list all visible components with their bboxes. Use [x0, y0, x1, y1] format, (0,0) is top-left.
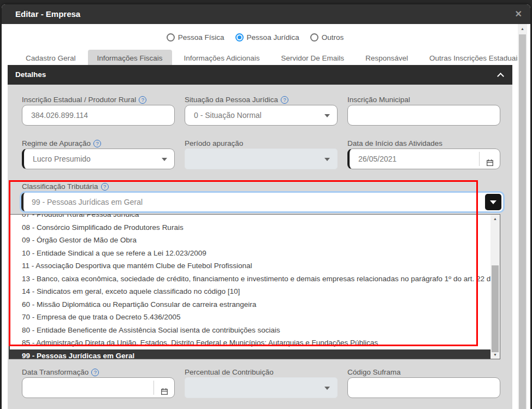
help-icon[interactable]: ? [281, 96, 288, 104]
codigo-suframa-label: Código Suframa [347, 368, 401, 376]
regime-apuracao-label: Regime de Apuração ? [22, 139, 101, 147]
scroll-down-icon[interactable]: ▼ [490, 353, 500, 357]
modal-header: Editar - Empresa ✕ [2, 4, 530, 24]
calendar-icon[interactable] [160, 383, 169, 398]
dropdown-option[interactable]: 09 - Órgão Gestor de Mão de Obra [10, 234, 490, 247]
dropdown-option[interactable]: 70 - Empresa de que trata o Decreto 5.43… [10, 311, 490, 324]
detalhes-section: Detalhes Inscrição Estadual / Produtor R… [8, 65, 512, 409]
scroll-up-icon[interactable]: ▲ [518, 27, 527, 31]
classificacao-dropdown-list: 07 - Produtor Rural Pessoa Jurídica 08 -… [9, 214, 500, 359]
chevron-up-icon[interactable] [497, 73, 504, 80]
help-icon[interactable]: ? [139, 96, 146, 104]
close-icon[interactable]: ✕ [515, 9, 522, 19]
classificacao-tributaria-label: Classificação Tributária ? [22, 182, 109, 191]
help-icon[interactable]: ? [93, 140, 101, 147]
page-background: Editar - Empresa ✕ Pessoa Física Pessoa … [0, 0, 532, 409]
dropdown-option[interactable]: 08 - Consórcio Simplificado de Produtore… [10, 221, 490, 234]
radio-pessoa-fisica[interactable]: Pessoa Física [167, 33, 224, 42]
periodo-apuracao-label: Período apuração [185, 139, 243, 147]
dropdown-option-selected[interactable]: 99 - Pessoas Jurídicas em Geral [10, 349, 490, 360]
scrollbar-thumb[interactable] [519, 34, 526, 409]
edit-company-modal: Editar - Empresa ✕ Pessoa Física Pessoa … [2, 4, 530, 409]
percentual-contribuicao-select-disabled [185, 377, 338, 398]
dropdown-option[interactable]: 85 - Administração Direta da União, Esta… [10, 336, 490, 349]
dropdown-option[interactable]: 07 - Produtor Rural Pessoa Jurídica [10, 214, 490, 221]
modal-scrollbar[interactable]: ▲ [518, 24, 527, 409]
help-icon[interactable]: ? [101, 183, 109, 191]
inscricao-estadual-input[interactable]: 384.026.899.114 [22, 105, 175, 126]
dropdown-items: 07 - Produtor Rural Pessoa Jurídica 08 -… [10, 214, 490, 359]
dropdown-option[interactable]: 13 - Banco, caixa econômica, sociedade d… [10, 272, 490, 286]
divider [153, 381, 154, 395]
calendar-icon[interactable] [486, 155, 494, 169]
modal-title: Editar - Empresa [15, 9, 80, 19]
radio-pessoa-juridica[interactable]: Pessoa Jurídica [235, 33, 299, 42]
inscricao-estadual-label: Inscrição Estadual / Produtor Rural ? [22, 96, 146, 104]
radio-checked-icon[interactable] [235, 33, 244, 42]
scrollbar-thumb[interactable] [492, 265, 499, 352]
codigo-suframa-input[interactable] [347, 377, 500, 398]
radio-unchecked-icon[interactable] [310, 33, 318, 42]
situacao-pj-select[interactable]: 0 - Situação Normal [185, 105, 338, 126]
percentual-contribuicao-label: Percentual de Contribuição [185, 368, 274, 376]
inscricao-municipal-label: Inscrição Municipal [347, 96, 410, 104]
classificacao-tributaria-combobox[interactable]: 99 - Pessoas Jurídicas em Geral [20, 191, 505, 213]
data-inicio-input[interactable]: 26/05/2021 [347, 149, 500, 169]
scroll-up-icon[interactable]: ▲ [490, 217, 500, 221]
radio-label: Outros [322, 33, 344, 42]
person-type-radio-group: Pessoa Física Pessoa Jurídica Outros [2, 33, 509, 42]
chevron-down-icon [324, 387, 330, 390]
section-title: Detalhes [15, 70, 46, 79]
divider [479, 152, 480, 166]
periodo-apuracao-select-disabled [185, 149, 338, 169]
help-icon[interactable]: ? [91, 369, 99, 376]
dropdown-option[interactable]: 14 - Sindicatos em geral, exceto aquele … [10, 285, 490, 298]
combobox-dropdown-button[interactable] [485, 194, 501, 210]
dropdown-option[interactable]: 80 - Entidade Beneficente de Assistência… [10, 324, 490, 337]
regime-apuracao-select[interactable]: Lucro Presumido [22, 149, 175, 169]
dropdown-option[interactable]: 11 - Associação Desportiva que mantém Cl… [10, 259, 490, 272]
combobox-value[interactable]: 99 - Pessoas Jurídicas em Geral [21, 193, 503, 211]
chevron-down-icon [324, 158, 330, 161]
data-transformacao-input[interactable] [22, 377, 175, 398]
data-inicio-label: Data de Início das Atividades [347, 139, 442, 147]
radio-unchecked-icon[interactable] [167, 33, 175, 42]
data-transformacao-label: Data Transformação ? [22, 368, 99, 376]
detalhes-section-header[interactable]: Detalhes [8, 65, 512, 85]
chevron-down-icon [324, 114, 330, 117]
inscricao-municipal-input[interactable] [347, 105, 500, 126]
radio-label: Pessoa Física [178, 33, 224, 42]
situacao-pj-label: Situação da Pessoa Jurídica ? [185, 96, 288, 104]
radio-label: Pessoa Jurídica [247, 33, 299, 42]
chevron-down-icon [162, 158, 167, 161]
dropdown-option[interactable]: 60 - Missão Diplomática ou Repartição Co… [10, 298, 490, 311]
dropdown-scrollbar[interactable]: ▲ ▼ [490, 215, 500, 359]
radio-outros[interactable]: Outros [310, 33, 344, 42]
dropdown-option[interactable]: 10 - Entidade Sindical a que se refere a… [10, 247, 490, 260]
